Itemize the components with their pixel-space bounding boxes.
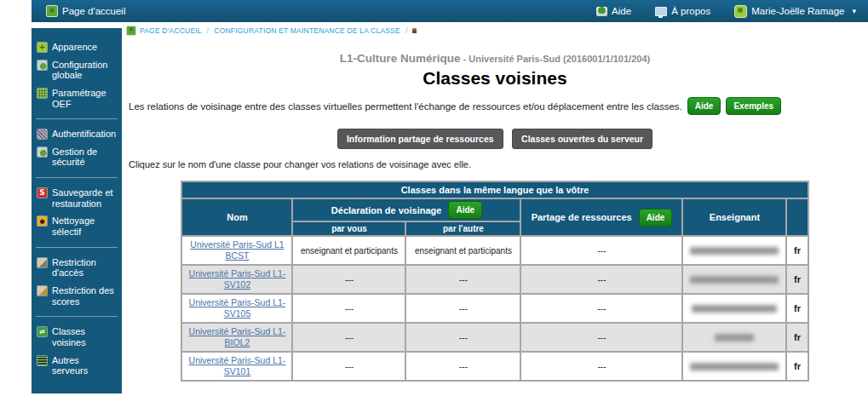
sidebar-item-label: Nettoyage sélectif [52,215,117,237]
sidebar-item-sauvegarde-et-restauration[interactable]: Sauvegarde et restauration [32,184,122,212]
classes-ouvertes-button[interactable]: Classes ouvertes du serveur [512,129,652,149]
class-name-link[interactable]: Université Paris-Sud L1 BCST [186,239,288,261]
sidebar-divider [36,316,118,317]
wims-home-icon [126,26,136,36]
user-menu[interactable]: Marie-Joëlle Ramage ▾ [734,5,856,18]
sidebar-divider [36,247,118,248]
home-link[interactable]: Page d'accueil [46,5,125,17]
help-link[interactable]: Aide [596,6,631,16]
sidebar-item-gestion-de-securite[interactable]: Gestion de sécurité [32,143,122,171]
class-name-link[interactable]: Université Paris-Sud L1-BIOL2 [186,326,288,348]
column-header-par-vous: par vous [292,221,405,236]
sidebar-item-autres-serveurs[interactable]: Autres serveurs [32,352,122,380]
class-id: - Université Paris-Sud (2016001/1/101/20… [461,54,651,64]
decl-par-autre-cell: --- [405,265,520,294]
class-name-cell: Université Paris-Sud L1-SV102 [181,265,292,294]
sidebar-item-nettoyage-selectif[interactable]: Nettoyage sélectif [32,212,122,240]
column-header-nom: Nom [181,198,292,236]
enseignant-cell [682,323,786,352]
top-bar: Page d'accueil Aide À propos Marie-Joëll… [32,0,868,22]
about-link[interactable]: À propos [655,6,710,16]
home-link-label: Page d'accueil [62,6,125,16]
help-link-label: Aide [612,6,631,16]
page-title: Classes voisines [122,68,868,89]
partage-cell: --- [520,294,682,323]
sidebar-item-configuration-globale[interactable]: Configuration globale [32,56,122,84]
redacted-enseignant-name [690,247,779,255]
column-header-lang [786,198,808,236]
sidebar-item-apparence[interactable]: Apparence [32,38,122,56]
breadcrumb-separator: / [405,26,408,35]
decl-par-autre-cell: --- [405,294,520,323]
table-row: Université Paris-Sud L1-SV101---------fr [181,352,808,381]
table-row: Université Paris-Sud L1 BCSTenseignant e… [181,236,808,265]
partage-label: Partage de ressources [532,212,632,222]
breadcrumb-home-link[interactable]: PAGE D'ACCUEIL [126,26,202,36]
sidebar-item-restriction-dacces[interactable]: Restriction d'accès [32,254,122,282]
sidebar-item-label: Paramétrage OEF [52,88,117,109]
language-cell: fr [786,352,808,381]
access-icon [37,258,47,267]
sidebar-item-classes-voisines[interactable]: Classes voisines [32,323,122,351]
declaration-aide-button[interactable]: Aide [448,201,482,219]
partage-cell: --- [520,352,682,381]
decl-par-vous-cell: --- [292,294,405,323]
enseignant-cell [682,352,786,381]
sidebar-item-label: Restriction d'accès [52,257,117,279]
table-caption-row: Classes dans la même langue que la vôtre [181,181,808,198]
language-cell: fr [786,294,808,323]
intro-text: Les relations de voisinage entre des cla… [129,101,682,112]
exemples-button[interactable]: Exemples [726,97,781,115]
language-cell: fr [786,236,808,265]
sidebar-item-restriction-des-scores[interactable]: Restriction des scores [32,282,122,310]
enseignant-cell [682,265,786,294]
sidebar-item-label: Classes voisines [52,326,117,347]
save-icon [37,188,47,198]
partage-cell: --- [520,265,682,294]
redacted-enseignant-name [715,334,754,342]
column-header-partage: Partage de ressources Aide [520,198,682,236]
servers-icon [37,356,47,365]
neighbors-icon [37,327,47,336]
language-cell: fr [786,323,808,352]
decl-par-autre-cell: --- [405,352,520,381]
table-header-row: Nom Déclaration de voisinage Aide Partag… [181,198,808,221]
breadcrumb-separator: / [207,26,210,35]
partage-aide-button[interactable]: Aide [639,209,673,227]
hint-text: Cliquez sur le nom d'une classe pour cha… [129,159,861,169]
table-body: Université Paris-Sud L1 BCSTenseignant e… [181,236,808,381]
table-row: Université Paris-Sud L1-SV105---------fr [181,294,808,323]
class-name-link[interactable]: Université Paris-Sud L1-SV101 [186,355,288,377]
aide-button[interactable]: Aide [687,97,721,115]
avatar-icon [734,5,747,18]
grid-icon [37,89,47,98]
plus-icon [37,43,47,52]
pattern-icon [37,129,47,139]
neighbors-table: Classes dans la même langue que la vôtre… [181,181,808,382]
class-name: L1-Culture Numérique [340,52,461,65]
clean-icon [37,216,47,226]
class-name-link[interactable]: Université Paris-Sud L1-SV102 [186,268,288,290]
sidebar-item-authentification[interactable]: Authentification [32,125,122,143]
info-partage-button[interactable]: Information partage de ressources [337,129,503,149]
chevron-down-icon: ▾ [852,7,856,15]
sidebar-item-parametrage-oef[interactable]: Paramétrage OEF [32,84,122,112]
class-heading: L1-Culture Numérique - Université Paris-… [122,50,868,66]
decl-par-vous-cell: --- [292,323,405,352]
breadcrumb-config-link[interactable]: CONFIGURATION ET MAINTENANCE DE LA CLASS… [214,26,400,35]
help-icon [596,7,607,16]
decl-par-vous-cell: enseignant et participants [292,236,405,265]
class-name-link[interactable]: Université Paris-Sud L1-SV105 [186,297,288,319]
partage-cell: --- [520,236,682,265]
decl-par-autre-cell: --- [405,323,520,352]
sidebar-item-label: Restriction des scores [52,285,117,307]
column-header-declaration: Déclaration de voisinage Aide [292,198,520,221]
sidebar: ApparenceConfiguration globaleParamétrag… [32,28,122,393]
table-caption: Classes dans la même langue que la vôtre [181,181,808,198]
topbar-right: Aide À propos Marie-Joëlle Ramage ▾ [596,5,856,18]
wims-home-icon [46,5,58,17]
scores-icon [37,286,47,296]
user-name: Marie-Joëlle Ramage [751,6,844,16]
sidebar-item-label: Authentification [52,129,116,140]
class-name-cell: Université Paris-Sud L1-SV101 [181,352,292,381]
